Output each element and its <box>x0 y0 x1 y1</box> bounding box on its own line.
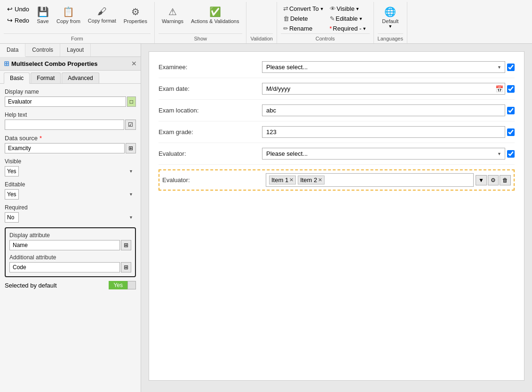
visible-button[interactable]: 👁 Visible ▼ <box>327 4 370 14</box>
visible-select[interactable]: Yes No <box>5 166 19 176</box>
required-field-label: Required <box>5 204 136 211</box>
properties-label: Properties <box>124 18 147 24</box>
convert-to-group: ⇄ Convert To ▼ 🗑 Delete ✏ Rename <box>281 4 326 33</box>
default-button[interactable]: 🌐 Default ▼ <box>379 4 402 31</box>
display-name-field: Display name □ <box>5 88 136 107</box>
additional-attribute-icon-btn[interactable]: ⊞ <box>121 262 131 272</box>
display-name-icon-btn[interactable]: □ <box>127 96 136 107</box>
multiselect-delete-btn[interactable]: 🗑 <box>500 175 511 185</box>
convert-to-button[interactable]: ⇄ Convert To ▼ <box>281 4 326 14</box>
help-text-input[interactable] <box>5 120 124 130</box>
exam-location-checkbox[interactable] <box>507 107 515 114</box>
form-group-label: Form <box>4 33 151 41</box>
warnings-icon: ⚠ <box>168 6 177 17</box>
exam-date-checkbox[interactable] <box>507 85 515 93</box>
exam-location-control <box>262 104 515 116</box>
tab-controls[interactable]: Controls <box>25 44 60 56</box>
copy-from-label: Copy from <box>56 18 80 24</box>
exam-date-input[interactable] <box>262 83 505 95</box>
tab-data[interactable]: Data <box>0 44 25 57</box>
controls-group-label: Controls <box>281 33 370 41</box>
prop-tab-format[interactable]: Format <box>31 72 61 83</box>
additional-attribute-field: Additional attribute ⊞ <box>9 254 131 272</box>
toggle-no-button[interactable] <box>127 281 136 289</box>
additional-attribute-input-row: ⊞ <box>9 262 131 272</box>
examinee-select[interactable]: Please select... <box>262 61 505 73</box>
display-attribute-input[interactable] <box>9 240 120 250</box>
help-text-label: Help text <box>5 112 136 118</box>
help-text-icon-btn[interactable]: ☑ <box>125 120 136 130</box>
calendar-icon[interactable]: 📅 <box>495 85 503 93</box>
evaluator-multiselect-control: Item 1 ✕ Item 2 ✕ ▼ ⚙ 🗑 <box>266 173 511 187</box>
additional-attribute-input[interactable] <box>9 262 120 272</box>
toolbar-group-show: ⚠ Warnings ✅ Actions & Validations Show <box>155 2 247 43</box>
exam-grade-checkbox[interactable] <box>507 128 515 136</box>
prop-tab-content-basic: Display name □ Help text ☑ <box>0 83 141 294</box>
tag-item1: Item 1 ✕ <box>269 176 296 184</box>
form-row-evaluator-select: Evaluator: Please select... <box>159 148 515 165</box>
data-source-input-row: ⊞ <box>5 143 136 153</box>
delete-label: Delete <box>290 15 308 22</box>
tag-item1-close[interactable]: ✕ <box>289 177 294 183</box>
languages-group-label: Languages <box>378 33 403 41</box>
save-button[interactable]: 💾 Save <box>33 4 52 26</box>
evaluator-select-checkbox[interactable] <box>507 150 515 158</box>
copy-from-button[interactable]: 📋 Copy from <box>53 4 84 26</box>
undo-label: Undo <box>15 6 29 13</box>
selected-by-default-label: Selected by default <box>5 282 57 289</box>
properties-header-icon: ⊞ <box>4 60 9 67</box>
toolbar-group-validation: Validation <box>246 2 277 43</box>
tab-layout[interactable]: Layout <box>60 44 91 56</box>
exam-grade-label: Exam grade: <box>159 128 262 136</box>
copy-format-icon: 🖌 <box>97 6 107 17</box>
toggle-yes-button[interactable]: Yes <box>109 281 127 289</box>
toolbar-form-row: ↩ Undo ↪ Redo 💾 Save 📋 Copy from 🖌 Copy … <box>4 4 151 33</box>
examinee-control: Please select... <box>262 61 515 73</box>
undo-button[interactable]: ↩ Undo <box>4 4 32 14</box>
close-properties-button[interactable]: ✕ <box>131 60 137 67</box>
help-text-input-row: ☑ <box>5 120 136 130</box>
display-attribute-input-row: ⊞ <box>9 240 131 250</box>
required-select[interactable]: No Yes <box>5 212 19 223</box>
exam-location-input[interactable] <box>262 104 505 116</box>
redo-button[interactable]: ↪ Redo <box>4 15 32 25</box>
delete-button[interactable]: 🗑 Delete <box>281 14 326 24</box>
tag-item2-close[interactable]: ✕ <box>318 177 322 183</box>
warnings-button[interactable]: ⚠ Warnings <box>159 4 187 26</box>
exam-grade-control <box>262 126 515 138</box>
exam-grade-input[interactable] <box>262 126 505 138</box>
data-source-input[interactable] <box>5 143 125 153</box>
undo-icon: ↩ <box>7 5 13 13</box>
evaluator-multiselect-row: Evaluator: Item 1 ✕ Item 2 ✕ <box>162 173 511 187</box>
editable-select[interactable]: Yes No <box>5 189 19 200</box>
multiselect-dropdown-btn[interactable]: ▼ <box>476 175 487 185</box>
examinee-checkbox[interactable] <box>507 64 515 71</box>
properties-button[interactable]: ⚙ Properties <box>120 4 151 26</box>
delete-icon: 🗑 <box>283 15 289 22</box>
tag-item2: Item 2 ✕ <box>298 176 325 184</box>
multiselect-input[interactable]: Item 1 ✕ Item 2 ✕ <box>266 173 474 187</box>
copy-format-button[interactable]: 🖌 Copy format <box>85 4 119 26</box>
redo-icon: ↪ <box>7 16 13 24</box>
prop-tab-basic[interactable]: Basic <box>4 72 30 84</box>
data-source-required: * <box>40 135 42 142</box>
display-name-input[interactable] <box>5 96 126 107</box>
exam-date-label: Exam date: <box>159 85 262 92</box>
data-source-icon-btn[interactable]: ⊞ <box>126 143 136 153</box>
display-attribute-label: Display attribute <box>9 232 131 239</box>
toolbar-group-controls: ⇄ Convert To ▼ 🗑 Delete ✏ Rename 👁 Visib… <box>277 2 374 43</box>
actions-validations-button[interactable]: ✅ Actions & Validations <box>188 4 243 26</box>
tag-item1-text: Item 1 <box>271 176 288 184</box>
required-button[interactable]: * Required - ▼ <box>327 24 370 33</box>
editable-icon: ✎ <box>330 15 335 22</box>
display-attribute-icon-btn[interactable]: ⊞ <box>121 240 131 250</box>
properties-icon: ⚙ <box>131 6 140 17</box>
editable-label: Editable <box>336 15 358 22</box>
evaluator-select[interactable]: Please select... <box>262 148 505 160</box>
toolbar: ↩ Undo ↪ Redo 💾 Save 📋 Copy from 🖌 Copy … <box>0 0 532 44</box>
selected-by-default-row: Selected by default Yes <box>5 281 136 289</box>
rename-button[interactable]: ✏ Rename <box>281 24 326 33</box>
editable-button[interactable]: ✎ Editable ▼ <box>327 14 370 24</box>
prop-tab-advanced[interactable]: Advanced <box>62 72 99 83</box>
multiselect-settings-btn[interactable]: ⚙ <box>488 175 499 185</box>
